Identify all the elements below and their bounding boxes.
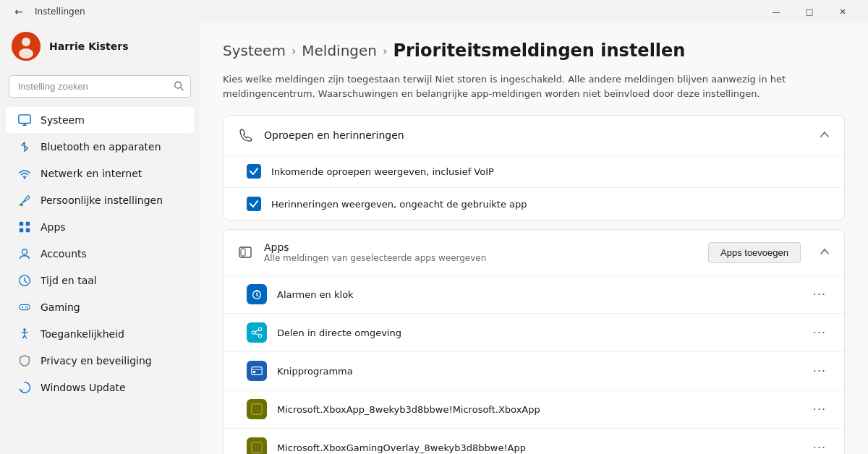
- breadcrumb-systeem[interactable]: Systeem: [223, 42, 286, 59]
- app-item-xboxapp: Microsoft.XboxApp_8wekyb3d8bbwe!Microsof…: [224, 390, 844, 428]
- svg-point-14: [22, 249, 27, 254]
- sidebar-item-systeem[interactable]: Systeem: [6, 107, 194, 133]
- svg-point-34: [252, 331, 255, 335]
- knipprogramma-icon: [247, 361, 267, 381]
- sidebar-item-toegankelijkheid[interactable]: Toegankelijkheid: [6, 321, 194, 347]
- apps-toevoegen-button[interactable]: Apps toevoegen: [708, 242, 801, 263]
- chevron-up-icon: [820, 129, 830, 142]
- item-label-xboxapp: Microsoft.XboxApp_8wekyb3d8bbwe!Microsof…: [277, 404, 799, 415]
- sidebar-item-gaming[interactable]: Gaming: [6, 294, 194, 320]
- item-label-delen: Delen in directe omgeving: [277, 327, 799, 338]
- panel-item-oproepen-2: Herinneringen weergeven, ongeacht de geb…: [224, 187, 844, 220]
- panel-apps-subtitle: Alle meldingen van geselecteerde apps we…: [264, 253, 698, 263]
- svg-rect-41: [252, 404, 262, 414]
- svg-point-8: [24, 177, 26, 179]
- more-button-alarmen[interactable]: ···: [809, 284, 830, 304]
- svg-line-27: [25, 335, 27, 339]
- more-button-delen[interactable]: ···: [809, 322, 830, 343]
- app-item-delen: Delen in directe omgeving ···: [224, 313, 844, 351]
- svg-line-36: [255, 330, 259, 333]
- sidebar-label-persoonlijk: Persoonlijke instellingen: [41, 194, 163, 206]
- window-controls: — □ ✕: [760, 0, 859, 23]
- svg-rect-11: [26, 222, 30, 226]
- accessibility-icon: [17, 327, 32, 341]
- sidebar-item-tijd[interactable]: Tijd en taal: [6, 267, 194, 294]
- item-label-knipprogramma: Knipprogramma: [277, 366, 799, 377]
- breadcrumb-sep-2: ›: [383, 44, 387, 58]
- panel-oproepen: Oproepen en herinneringen Inkomende opro…: [223, 115, 845, 220]
- update-icon: [17, 380, 32, 395]
- svg-rect-42: [252, 442, 262, 453]
- sidebar-label-bluetooth: Bluetooth en apparaten: [41, 141, 161, 153]
- svg-point-33: [258, 327, 262, 331]
- item-label-alarmen: Alarmen en klok: [277, 289, 799, 300]
- xboxapp-icon: [247, 399, 267, 419]
- app-title: Instellingen: [35, 7, 754, 17]
- panel-oproepen-header[interactable]: Oproepen en herinneringen: [224, 116, 844, 155]
- panel-oproepen-title: Oproepen en herinneringen: [264, 129, 809, 141]
- sidebar-item-apps[interactable]: Apps: [6, 214, 194, 240]
- breadcrumb-meldingen[interactable]: Meldingen: [302, 42, 377, 59]
- shield-icon: [17, 354, 32, 368]
- svg-rect-9: [20, 204, 23, 205]
- page-description: Kies welke meldingen zijn toegestaan ter…: [223, 72, 845, 100]
- search-input[interactable]: [9, 75, 191, 98]
- svg-point-2: [19, 48, 33, 59]
- wifi-icon: [17, 166, 32, 181]
- item-label-oproepen-2: Herinneringen weergeven, ongeacht de geb…: [271, 199, 830, 210]
- svg-point-35: [258, 334, 262, 338]
- sidebar: Harrie Kisters: [0, 23, 200, 454]
- checkbox-oproepen-2[interactable]: [247, 197, 261, 211]
- chevron-up-icon-2: [820, 247, 830, 259]
- svg-rect-40: [253, 371, 256, 373]
- svg-point-1: [22, 38, 30, 46]
- sidebar-item-windows-update[interactable]: Windows Update: [6, 374, 194, 401]
- titlebar: ← Instellingen — □ ✕: [0, 0, 868, 23]
- sidebar-item-persoonlijk[interactable]: Persoonlijke instellingen: [6, 187, 194, 213]
- panel-apps: Apps Alle meldingen van geselecteerde ap…: [223, 229, 845, 454]
- delen-icon: [247, 322, 267, 343]
- svg-line-32: [257, 295, 258, 296]
- sidebar-label-netwerk: Netwerk en internet: [41, 168, 142, 179]
- xboxoverlay-icon: [247, 437, 267, 454]
- search-icon: [174, 80, 184, 93]
- avatar: [12, 32, 41, 61]
- monitor-icon: [17, 113, 32, 127]
- panel-apps-header[interactable]: Apps Alle meldingen van geselecteerde ap…: [224, 230, 844, 275]
- minimize-button[interactable]: —: [760, 0, 793, 23]
- svg-rect-29: [241, 249, 245, 256]
- more-button-xboxoverlay[interactable]: ···: [809, 437, 830, 454]
- alarmen-icon: [247, 284, 267, 304]
- sidebar-label-toegankelijkheid: Toegankelijkheid: [41, 328, 124, 340]
- app-item-alarmen: Alarmen en klok ···: [224, 275, 844, 313]
- app-body: Harrie Kisters: [0, 23, 868, 454]
- sidebar-item-privacy[interactable]: Privacy en beveiliging: [6, 348, 194, 374]
- sidebar-item-bluetooth[interactable]: Bluetooth en apparaten: [6, 134, 194, 160]
- svg-line-4: [181, 87, 184, 90]
- sidebar-label-apps: Apps: [41, 221, 66, 233]
- more-button-xboxapp[interactable]: ···: [809, 399, 830, 419]
- apps-icon: [17, 220, 32, 234]
- sidebar-label-accounts: Accounts: [41, 248, 87, 260]
- more-button-knipprogramma[interactable]: ···: [809, 361, 830, 381]
- svg-rect-12: [20, 228, 23, 232]
- search-box: [9, 75, 191, 98]
- grid-icon: [238, 244, 254, 260]
- svg-rect-13: [26, 228, 30, 232]
- phone-icon: [238, 127, 254, 143]
- content-area: Systeem › Meldingen › Prioriteitsmelding…: [200, 23, 868, 454]
- nav-menu: Systeem Bluetooth en apparaten: [0, 106, 200, 401]
- sidebar-label-systeem: Systeem: [41, 114, 85, 126]
- sidebar-item-accounts[interactable]: Accounts: [6, 241, 194, 267]
- svg-line-17: [25, 280, 27, 283]
- svg-rect-38: [252, 367, 262, 375]
- back-button[interactable]: ←: [9, 1, 29, 22]
- sidebar-item-netwerk[interactable]: Netwerk en internet: [6, 160, 194, 187]
- maximize-button[interactable]: □: [793, 0, 826, 23]
- svg-point-22: [27, 307, 28, 309]
- close-button[interactable]: ✕: [826, 0, 859, 23]
- checkbox-oproepen-1[interactable]: [247, 164, 261, 179]
- breadcrumb-current: Prioriteitsmeldingen instellen: [393, 40, 685, 61]
- sidebar-label-tijd: Tijd en taal: [41, 275, 97, 286]
- breadcrumb-sep-1: ›: [292, 44, 296, 58]
